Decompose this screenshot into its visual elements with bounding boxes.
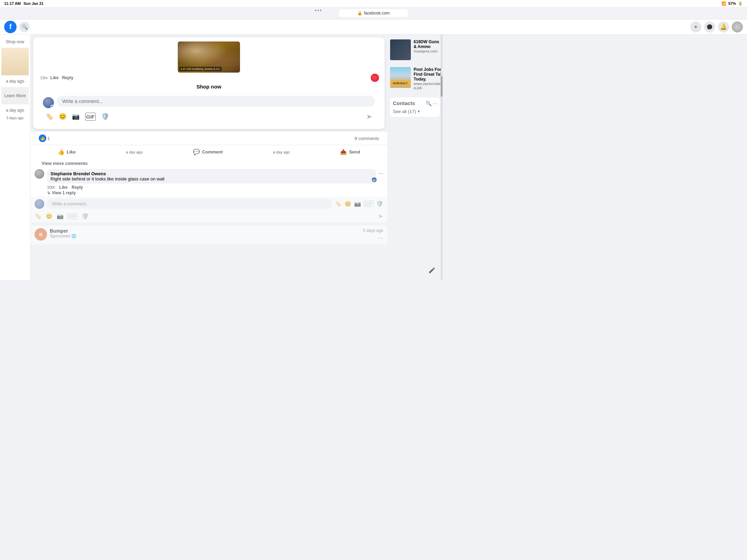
comment-popup: 1·47 234 Goldberg Jewels & Co. 13m Like … — [33, 37, 385, 129]
stephanie-text: Right side behind or it looks like insid… — [50, 176, 372, 181]
lower-gif-icon[interactable]: GIF — [364, 201, 374, 207]
contacts-search-icon[interactable]: 🔍 — [426, 101, 432, 106]
contacts-more-icon[interactable]: ··· — [433, 101, 437, 106]
lower-camera2-icon[interactable]: 📷 — [57, 213, 64, 220]
lower-write-comment-row: Write a comment... 🏷️ 😊 📷 GIF 🛡️ — [30, 197, 387, 211]
ad-jobs-text: Post Jobs For Free. Find Great Talent To… — [414, 67, 443, 90]
ad-guns-title: 619DW Guns & Ammo — [414, 39, 440, 49]
learn-more-left: Learn More — [4, 93, 26, 98]
lock-icon: 🔒 — [357, 11, 362, 16]
chevron-down-icon: ▾ — [418, 109, 420, 114]
send-action-icon: 📤 — [340, 149, 347, 155]
contacts-title: Contacts — [393, 100, 415, 106]
lower-shield-icon[interactable]: 🛡️ — [376, 200, 383, 207]
send-action-btn[interactable]: 📤 Send — [336, 147, 364, 157]
facebook-nav: f 🔍 + 🔔 — [0, 19, 443, 35]
like-action-btn[interactable]: 👍 Like — [54, 147, 80, 157]
day-ago-left1: a day ago — [6, 79, 24, 84]
comment-stephanie: Stephanie Brendel Owens Right side behin… — [35, 168, 383, 185]
contacts-header: Contacts 🔍 ··· — [393, 100, 437, 106]
stephanie-comment-bubble: Stephanie Brendel Owens Right side behin… — [47, 169, 376, 184]
bumper-sponsored: Sponsored 🌐 — [50, 234, 360, 239]
write-comment-input[interactable]: Write a comment... — [57, 96, 375, 107]
lower-emoji-icon[interactable]: 😊 — [344, 200, 351, 207]
left-sidebar: Shop now a day ago Learn More a day ago … — [0, 35, 30, 280]
like-action-icon: 👍 — [58, 149, 65, 155]
five-days-left: 5 days ago — [1, 116, 29, 120]
main-content: Shop now a day ago Learn More a day ago … — [0, 35, 443, 280]
post-timestamp-right: a day ago — [273, 147, 290, 157]
search-icon[interactable]: 🔍 — [19, 22, 30, 32]
emoji-icon[interactable]: 😊 — [59, 113, 66, 120]
bumper-name: Bumper — [50, 228, 360, 234]
view-reply-btn[interactable]: ↳ View 1 reply — [47, 190, 383, 195]
gif-icon[interactable]: GIF — [85, 113, 96, 121]
ad-jobs-title: Post Jobs For Free. Find Great Talent To… — [414, 67, 443, 82]
feed: 1·47 234 Goldberg Jewels & Co. 13m Like … — [30, 35, 387, 280]
feed-gap — [30, 223, 387, 225]
shield-icon[interactable]: 🛡️ — [101, 113, 109, 120]
stephanie-like-btn[interactable]: Like — [59, 185, 67, 190]
lower-sticker2-icon[interactable]: 🏷️ — [35, 213, 42, 220]
stephanie-name: Stephanie Brendel Owens — [50, 171, 372, 176]
post-actions: 👍 Like a day ago 💬 Comment a day ago 📤 S… — [30, 145, 387, 159]
page-scrollbar[interactable] — [441, 35, 443, 280]
browser-dots — [315, 10, 321, 11]
status-bar: 11:17 AM Sun Jan 21 📶 57% 🔋 — [0, 0, 443, 7]
sidebar-item-day2: a day ago — [0, 106, 30, 115]
lower-commenter-avatar — [35, 199, 44, 209]
comment-stephanie-wrapper: Stephanie Brendel Owens Right side behin… — [30, 166, 387, 197]
lower-emoji2-icon[interactable]: 😊 — [46, 213, 53, 220]
bumper-avatar: B — [35, 228, 47, 241]
sidebar-item-day1: a day ago — [0, 77, 30, 86]
view-more-comments[interactable]: View more comments — [36, 159, 93, 167]
lower-write-comment-input[interactable]: Write a comment... — [47, 199, 332, 209]
heart-reaction-icon: ❤️ — [371, 74, 379, 82]
game-ad-label: 1·47 234 Goldberg Jewels & Co. — [179, 67, 222, 71]
see-all-contacts[interactable]: See all (17) ▾ — [393, 109, 437, 114]
browser-bar: 🔒 facebook.com — [0, 7, 443, 19]
globe-icon: 🌐 — [71, 234, 76, 239]
url-bar[interactable]: 🔒 facebook.com — [339, 9, 408, 17]
comment-count[interactable]: 9 comments — [354, 136, 379, 141]
url-text: facebook.com — [364, 11, 390, 16]
send-button[interactable]: ➤ — [366, 112, 372, 121]
see-all-text: See all (17) — [393, 109, 416, 114]
lower-shield2-icon[interactable]: 🛡️ — [82, 213, 89, 220]
comment-tools: 🏷️ 😊 📷 GIF 🛡️ ➤ — [43, 112, 375, 121]
comment-like-reaction: 👍 — [371, 177, 377, 183]
time-display: 11:17 AM — [4, 1, 21, 6]
bumper-info: Bumper Sponsored 🌐 — [50, 228, 360, 239]
right-sidebar: 619DW Guns & Ammo musiqera.com HIRING? P… — [387, 35, 443, 280]
contacts-section: Contacts 🔍 ··· See all (17) ▾ — [390, 97, 440, 117]
floating-edit-icon[interactable] — [428, 267, 436, 276]
post-timestamp-center: a day ago — [126, 147, 142, 157]
comment-action-btn[interactable]: 💬 Comment — [189, 147, 227, 157]
comment-action-icon: 💬 — [193, 149, 200, 155]
write-comment-container: ▼ Write a comment... 🏷️ 😊 📷 GIF 🛡️ ➤ — [39, 93, 379, 123]
ad-guns-url: musiqera.com — [414, 49, 440, 53]
like-count: 👍 1 — [39, 134, 50, 142]
camera-icon[interactable]: 📷 — [72, 113, 80, 120]
sticker-icon[interactable]: 🏷️ — [46, 113, 53, 120]
comment-more-icon[interactable]: ··· — [379, 169, 383, 177]
bumper-more-icon[interactable]: ··· — [378, 234, 383, 242]
ad-jobs-image: HIRING? — [390, 67, 411, 88]
reply-button[interactable]: Reply — [62, 75, 73, 80]
lower-send-btn[interactable]: ➤ — [378, 212, 383, 220]
lower-camera-icon[interactable]: 📷 — [354, 200, 361, 207]
reply-arrow-icon: ↳ — [47, 190, 50, 195]
bumper-meta: 5 days ago ··· — [363, 228, 383, 242]
comment-actions-row: 13m Like Reply ❤️ — [39, 75, 379, 80]
scrollbar-thumb[interactable] — [441, 76, 443, 97]
commenter-avatar: ▼ — [43, 97, 54, 108]
lower-sticker-icon[interactable]: 🏷️ — [335, 200, 342, 207]
bumper-post: B Bumper Sponsored 🌐 5 days ago ··· — [30, 225, 387, 244]
stephanie-reply-btn[interactable]: Reply — [72, 185, 83, 190]
like-reaction-badge: 👍 — [39, 134, 46, 142]
status-bar-left: 11:17 AM Sun Jan 21 — [4, 1, 44, 6]
svg-text:B: B — [39, 232, 43, 237]
like-button[interactable]: Like — [50, 75, 58, 80]
lower-gif2-icon[interactable]: GIF — [68, 213, 77, 219]
shop-now-link[interactable]: Shop now — [39, 82, 379, 91]
